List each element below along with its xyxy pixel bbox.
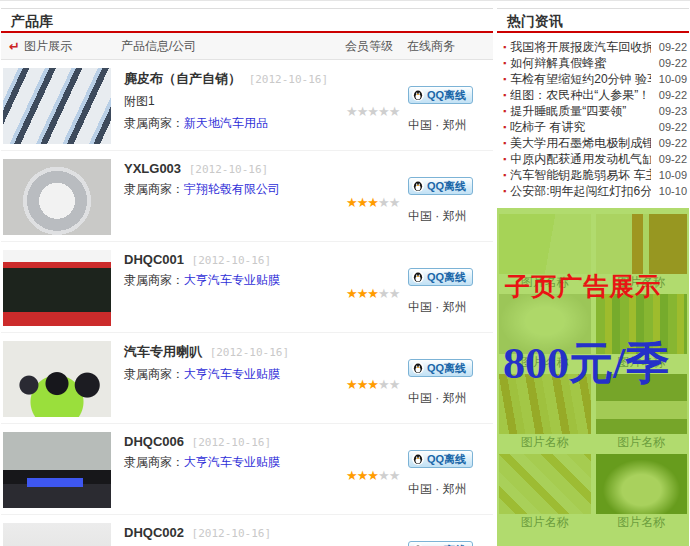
member-level-stars: ★★★★★	[346, 250, 408, 326]
hot-news-list: ▪ 我国将开展报废汽车回收拆解 09-22 ▪ 如何辩解真假蜂蜜 09-22 ▪…	[497, 33, 689, 203]
product-location: 中国 · 郑州	[408, 390, 493, 407]
online-business-cell: QQ离线 中国 · 郑州	[408, 159, 493, 235]
product-thumbnail[interactable]	[3, 432, 111, 508]
merchant-link[interactable]: 宇翔轮毂有限公司	[184, 182, 280, 196]
star-icon: ★	[378, 195, 389, 210]
news-item[interactable]: ▪ 公安部:明年起闯红灯扣6分 挡 10-10	[501, 183, 687, 199]
news-item[interactable]: ▪ 中原内配获通用发动机气缸套 09-22	[501, 151, 687, 167]
news-item-text[interactable]: 公安部:明年起闯红灯扣6分 挡	[510, 183, 651, 200]
product-note: 附图1	[124, 93, 346, 110]
product-thumbnail[interactable]	[3, 523, 111, 546]
qq-offline-button[interactable]: QQ离线	[408, 268, 473, 286]
star-icon: ★	[389, 286, 400, 301]
qq-offline-button[interactable]: QQ离线	[408, 541, 473, 546]
qq-penguin-icon	[412, 89, 424, 101]
red-bullet-icon: ▪	[503, 58, 506, 68]
qq-offline-button[interactable]: QQ离线	[408, 177, 473, 195]
news-item-text[interactable]: 我国将开展报废汽车回收拆解	[510, 39, 651, 56]
member-level-stars: ★★★★★	[346, 341, 408, 417]
news-item-text[interactable]: 组图：农民种出“人参果”！	[510, 87, 651, 104]
member-level-stars: ★★★★★	[346, 523, 408, 546]
online-business-cell: QQ离线 中国 · 郑州	[408, 250, 493, 326]
product-location: 中国 · 郑州	[408, 117, 493, 134]
news-item-text[interactable]: 吃柿子 有讲究	[510, 119, 651, 136]
news-item[interactable]: ▪ 吃柿子 有讲究 09-22	[501, 119, 687, 135]
qq-offline-button[interactable]: QQ离线	[408, 86, 473, 104]
merchant-link[interactable]: 大亨汽车专业贴膜	[184, 273, 280, 287]
news-item-text[interactable]: 如何辩解真假蜂蜜	[510, 55, 651, 72]
qq-offline-button[interactable]: QQ离线	[408, 359, 473, 377]
product-name-link[interactable]: 麂皮布（自产自销）	[124, 71, 241, 86]
product-date: [2012-10-16]	[189, 163, 268, 176]
news-item-date: 09-22	[651, 153, 687, 165]
qq-penguin-icon	[412, 180, 424, 192]
star-icon: ★	[389, 195, 400, 210]
product-row: DHQC002 [2012-10-16] 隶属商家：大亨汽车专业贴膜 ★★★★★	[1, 515, 493, 546]
merchant-link[interactable]: 大亨汽车专业贴膜	[184, 367, 280, 381]
product-info: YXLG003 [2012-10-16] 隶属商家：宇翔轮毂有限公司	[124, 159, 346, 235]
star-icon: ★	[389, 377, 400, 392]
column-header-image-label: 图片展示	[24, 38, 72, 55]
star-icon: ★	[378, 104, 389, 119]
page: 产品库 ↵ 图片展示 产品信息/公司 会员等级 在线商务 麂皮布（自产自销） […	[0, 0, 690, 546]
column-header-business: 在线商务	[407, 38, 493, 55]
news-item-text[interactable]: 中原内配获通用发动机气缸套	[510, 151, 651, 168]
merchant-link[interactable]: 新天地汽车用品	[184, 116, 268, 130]
news-item-date: 09-22	[651, 57, 687, 69]
star-icon: ★	[367, 286, 378, 301]
news-item[interactable]: ▪ 我国将开展报废汽车回收拆解 09-22	[501, 39, 687, 55]
product-thumbnail[interactable]	[3, 68, 111, 144]
product-location: 中国 · 郑州	[408, 299, 493, 316]
qq-offline-button[interactable]: QQ离线	[408, 450, 473, 468]
product-date: [2012-10-16]	[192, 436, 271, 449]
news-item-text[interactable]: 汽车智能钥匙脆弱易坏 车主需	[510, 167, 651, 184]
qq-penguin-icon	[412, 362, 424, 374]
product-rows: 麂皮布（自产自销） [2012-10-16] 附图1 隶属商家：新天地汽车用品 …	[1, 60, 493, 546]
merchant-label: 隶属商家：	[124, 455, 184, 469]
news-item[interactable]: ▪ 汽车智能钥匙脆弱易坏 车主需 10-09	[501, 167, 687, 183]
merchant-link[interactable]: 大亨汽车专业贴膜	[184, 455, 280, 469]
product-name-link[interactable]: DHQC001	[124, 252, 184, 267]
news-item-text[interactable]: 车检有望缩短约20分钟 验车将	[510, 71, 651, 88]
product-thumbnail[interactable]	[3, 159, 111, 235]
star-icon: ★	[346, 195, 357, 210]
product-row: 麂皮布（自产自销） [2012-10-16] 附图1 隶属商家：新天地汽车用品 …	[1, 60, 493, 151]
news-item[interactable]: ▪ 如何辩解真假蜂蜜 09-22	[501, 55, 687, 71]
red-bullet-icon: ▪	[503, 106, 506, 116]
online-business-cell: QQ离线 中国 · 郑州	[408, 523, 493, 546]
product-thumbnail[interactable]	[3, 250, 111, 326]
product-info: 汽车专用喇叭 [2012-10-16] 隶属商家：大亨汽车专业贴膜	[124, 341, 346, 417]
news-item[interactable]: ▪ 车检有望缩短约20分钟 验车将 10-09	[501, 71, 687, 87]
product-thumbnail[interactable]	[3, 341, 111, 417]
star-icon: ★	[346, 104, 357, 119]
red-bullet-icon: ▪	[503, 186, 506, 196]
news-item[interactable]: ▪ 美大学用石墨烯电极制成锂电 09-22	[501, 135, 687, 151]
product-name-link[interactable]: DHQC006	[124, 434, 184, 449]
red-bullet-icon: ▪	[503, 74, 506, 84]
star-icon: ★	[367, 104, 378, 119]
news-item-date: 09-22	[651, 89, 687, 101]
star-icon: ★	[378, 377, 389, 392]
online-business-cell: QQ离线 中国 · 郑州	[408, 432, 493, 508]
qq-button-label: QQ离线	[427, 543, 466, 546]
column-header-image: ↵ 图片展示	[1, 38, 121, 55]
news-item[interactable]: ▪ 提升睡眠质量“四要领” 09-23	[501, 103, 687, 119]
news-item[interactable]: ▪ 组图：农民种出“人参果”！ 09-22	[501, 87, 687, 103]
merchant-label: 隶属商家：	[124, 367, 184, 381]
star-icon: ★	[346, 468, 357, 483]
star-icon: ★	[357, 286, 368, 301]
qq-button-label: QQ离线	[427, 361, 466, 376]
red-bullet-icon: ▪	[503, 170, 506, 180]
red-bullet-icon: ▪	[503, 122, 506, 132]
product-row: DHQC001 [2012-10-16] 隶属商家：大亨汽车专业贴膜 ★★★★★	[1, 242, 493, 333]
product-name-link[interactable]: 汽车专用喇叭	[124, 344, 202, 359]
news-item-text[interactable]: 美大学用石墨烯电极制成锂电	[510, 135, 651, 152]
ad-preview-area[interactable]: 图片名称 图片名称 图片名称 图片名称	[497, 208, 689, 546]
product-library-panel: 产品库 ↵ 图片展示 产品信息/公司 会员等级 在线商务 麂皮布（自产自销） […	[1, 8, 493, 546]
product-name-link[interactable]: DHQC002	[124, 525, 184, 540]
product-row: YXLG003 [2012-10-16] 隶属商家：宇翔轮毂有限公司 ★★★★★	[1, 151, 493, 242]
news-item-date: 09-23	[651, 105, 687, 117]
news-item-text[interactable]: 提升睡眠质量“四要领”	[510, 103, 651, 120]
product-date: [2012-10-16]	[210, 346, 289, 359]
product-name-link[interactable]: YXLG003	[124, 161, 181, 176]
